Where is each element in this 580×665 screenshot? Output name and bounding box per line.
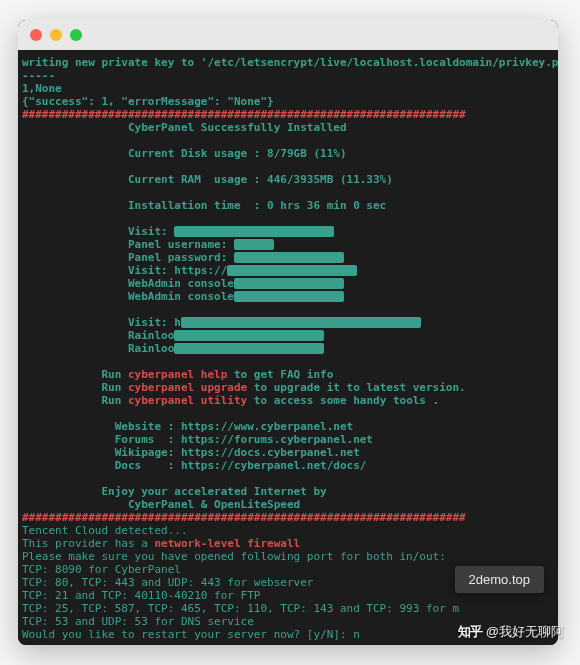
cmd: cyberpanel upgrade — [128, 381, 247, 394]
redacted — [234, 252, 344, 263]
zhihu-logo-icon: 知乎 — [458, 623, 482, 641]
redacted — [234, 239, 274, 250]
line: Run — [22, 368, 128, 381]
line: WebAdmin console — [22, 290, 234, 303]
line: Run — [22, 394, 128, 407]
line: TCP: 21 and TCP: 40110-40210 for FTP — [22, 589, 260, 602]
line: TCP: 25, TCP: 587, TCP: 465, TCP: 110, T… — [22, 602, 459, 615]
line: TCP: 53 and UDP: 53 for DNS service — [22, 615, 254, 628]
line: Panel password: — [22, 251, 234, 264]
line: writing new private key to '/etc/letsenc… — [22, 56, 558, 69]
close-icon[interactable] — [30, 29, 42, 41]
line: Docs : https://cyberpanel.net/docs/ — [22, 459, 466, 472]
divider: ########################################… — [22, 108, 466, 121]
redacted — [174, 343, 324, 354]
line: to access some handy tools . — [247, 394, 439, 407]
line: WebAdmin console — [22, 277, 234, 290]
cmd: cyberpanel help — [128, 368, 227, 381]
restart-prompt[interactable]: Would you like to restart your server no… — [22, 628, 360, 641]
maximize-icon[interactable] — [70, 29, 82, 41]
line: Run — [22, 381, 128, 394]
line: This provider has a — [22, 537, 154, 550]
watermark: 知乎 @我好无聊阿 — [458, 623, 564, 641]
redacted — [227, 265, 357, 276]
redacted — [234, 278, 344, 289]
redacted — [174, 330, 324, 341]
line: 1,None — [22, 82, 62, 95]
overlay-label: 2demo.top — [455, 566, 544, 593]
line: Current RAM usage : 446/3935MB (11.33%) — [22, 173, 499, 186]
line: CyberPanel Successfully Installed — [22, 121, 452, 134]
line: Forums : https://forums.cyberpanel.net — [22, 433, 466, 446]
line: Visit: https:// — [22, 264, 227, 277]
line: Visit: — [22, 225, 174, 238]
cmd: cyberpanel utility — [128, 394, 247, 407]
line: TCP: 80, TCP: 443 and UDP: 443 for webse… — [22, 576, 313, 589]
line: Panel username: — [22, 238, 234, 251]
line: Tencent Cloud detected... — [22, 524, 188, 537]
line: Rainloo — [22, 342, 174, 355]
minimize-icon[interactable] — [50, 29, 62, 41]
line: ----- — [22, 69, 55, 82]
line: Website : https://www.cyberpanel.net — [22, 420, 452, 433]
line: Current Disk usage : 8/79GB (11%) — [22, 147, 452, 160]
line: network-level firewall — [154, 537, 300, 550]
line: to get FAQ info — [227, 368, 333, 381]
redacted — [174, 226, 334, 237]
line: {"success": 1, "errorMessage": "None"} — [22, 95, 274, 108]
line: Installation time : 0 hrs 36 min 0 sec — [22, 199, 492, 212]
line: Wikipage: https://docs.cyberpanel.net — [22, 446, 466, 459]
line: Please make sure you have opened followi… — [22, 550, 446, 563]
window-titlebar — [18, 20, 558, 50]
terminal-output: writing new private key to '/etc/letsenc… — [18, 50, 558, 645]
line: TCP: 8090 for CyberPanel — [22, 563, 181, 576]
redacted — [181, 317, 421, 328]
watermark-user: @我好无聊阿 — [486, 623, 564, 641]
line: CyberPanel & OpenLiteSpeed — [22, 498, 439, 511]
redacted — [234, 291, 344, 302]
line: Rainloo — [22, 329, 174, 342]
line: to upgrade it to latest version. — [247, 381, 466, 394]
line: Visit: h — [22, 316, 181, 329]
line: Enjoy your accelerated Internet by — [22, 485, 446, 498]
divider: ########################################… — [22, 511, 466, 524]
terminal-window: writing new private key to '/etc/letsenc… — [18, 20, 558, 645]
